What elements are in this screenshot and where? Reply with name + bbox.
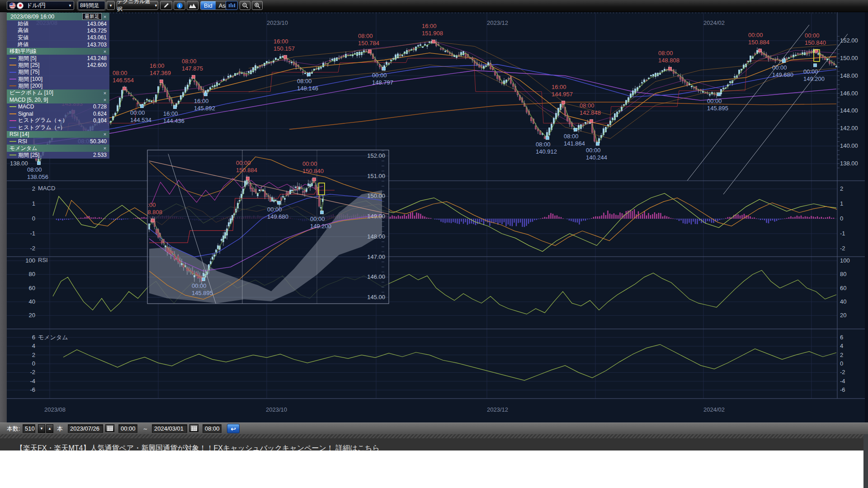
close-icon[interactable]: ×: [102, 14, 108, 19]
range-tilde: ～: [142, 424, 148, 433]
row-value: 50.340: [90, 138, 107, 145]
time-to-input[interactable]: 08:00: [203, 424, 222, 433]
ohlc-row: 安値143.061: [7, 34, 109, 41]
row-label: RSI: [18, 138, 27, 145]
legend-line-swatch: [9, 113, 16, 114]
legend-line-swatch: [9, 106, 16, 107]
info-panel-rows: 始値143.064高値143.725安値143.061終値143.703移動平均…: [7, 20, 109, 159]
indicator-row: 期間 [200]: [7, 83, 109, 89]
ohlc-row: 高値143.725: [7, 27, 109, 34]
indicator-row: Signal0.624: [7, 110, 109, 117]
currency-pair-select[interactable]: ドル/円 ▼: [7, 1, 74, 10]
info-panel-titlebar: 2023/08/09 16:00 最新足 ×: [7, 13, 109, 20]
return-arrow-icon: ↩: [231, 425, 236, 432]
ohlc-row: 始値143.064: [7, 20, 109, 27]
triangle-down-icon: ▼: [40, 427, 43, 431]
row-value: 143.064: [87, 21, 107, 27]
apply-range-button-wrap: ↩: [227, 424, 240, 433]
charts-canvas[interactable]: [0, 0, 868, 488]
row-value: 2.533: [93, 152, 107, 158]
row-value: 143.248: [87, 55, 107, 61]
date-from-input[interactable]: 2023/07/26: [68, 424, 103, 433]
indicator-row: MACD0.728: [7, 103, 109, 110]
triangle-up-icon: ▲: [48, 427, 52, 431]
indicator-row: 期間 [100]: [7, 75, 109, 82]
close-icon[interactable]: ×: [102, 49, 108, 54]
zoom-out-button[interactable]: [240, 1, 250, 10]
timeframe-dropdown-button[interactable]: ▼: [107, 1, 115, 10]
close-icon[interactable]: ×: [102, 90, 108, 96]
legend-line-swatch: [9, 79, 16, 80]
info-button[interactable]: i: [174, 1, 185, 10]
calendar-icon: [191, 426, 197, 431]
right-window-edge: [863, 434, 868, 488]
area-chart-button[interactable]: [187, 1, 198, 10]
row-value: 142.600: [87, 62, 107, 68]
campaign-ticker-text[interactable]: 【楽天FX・楽天MT4】人気通貨ペア・新興国通貨が対象！！FXキャッシュバックキ…: [16, 444, 380, 450]
selected-bar-datetime: 2023/08/09 16:00: [10, 14, 54, 20]
row-label: Signal: [18, 111, 33, 117]
us-flag-icon: [9, 2, 16, 9]
bid-button[interactable]: Bid: [201, 1, 216, 9]
chevron-down-icon: ▼: [68, 4, 72, 8]
indicator-row: 期間 [5]143.248: [7, 55, 109, 61]
legend-line-swatch: [9, 141, 16, 142]
top-toolbar: ドル/円 ▼ 8時間足 ▼ テクニカル選択 ▼ i Bid Ask: [0, 0, 868, 12]
row-value: 143.061: [87, 34, 107, 41]
chevron-down-icon: ▼: [109, 4, 113, 8]
close-icon[interactable]: ×: [102, 131, 108, 137]
legend-line-swatch: [9, 58, 16, 59]
time-from-input[interactable]: 00:00: [118, 424, 137, 433]
date-to-input[interactable]: 2024/03/01: [152, 424, 187, 433]
legend-line-swatch: [9, 65, 16, 66]
indicator-row: ヒストグラム（＋）0.104: [7, 117, 109, 124]
page-background: [0, 450, 868, 488]
apply-range-button[interactable]: ↩: [227, 424, 240, 433]
candlestick-chart-icon: [228, 3, 236, 8]
indicator-row: 期間 [25]2.533: [7, 152, 109, 159]
zoom-in-icon: [254, 2, 260, 9]
indicator-section-header: ピークボトム [10]×: [7, 89, 109, 96]
indicator-section-header: RSI [14]×: [7, 131, 109, 138]
row-label: MACD: [18, 103, 34, 110]
ohlc-row: 終値143.703: [7, 41, 109, 48]
indicator-row: 期間 [25]142.600: [7, 62, 109, 69]
zoom-in-button[interactable]: [252, 1, 263, 10]
draw-pencil-button[interactable]: [160, 1, 172, 10]
technical-select-label: テクニカル選択: [117, 0, 152, 13]
indicator-info-panel: 2023/08/09 16:00 最新足 × 始値143.064高値143.72…: [7, 13, 109, 159]
japan-flag-icon: [17, 2, 24, 9]
bar-count-input[interactable]: 510: [23, 424, 35, 433]
row-label: ヒストグラム（−）: [18, 124, 66, 131]
chart-type-button[interactable]: [226, 1, 238, 10]
bar-unit-label: 本: [57, 424, 63, 433]
row-value: 0.624: [93, 111, 107, 117]
close-icon[interactable]: ×: [102, 97, 108, 103]
row-value: 0.728: [93, 103, 107, 110]
count-increment-button[interactable]: ▲: [46, 424, 53, 433]
section-label: ピークボトム [10]: [9, 89, 53, 97]
technical-select-button[interactable]: テクニカル選択 ▼: [117, 1, 158, 10]
close-icon[interactable]: ×: [102, 145, 108, 151]
mountain-icon: [189, 3, 196, 8]
legend-line-swatch: [9, 85, 16, 86]
timeframe-select[interactable]: 8時間足: [78, 1, 105, 10]
indicator-section-header: MACD [5, 20, 9]×: [7, 96, 109, 103]
info-icon: i: [177, 3, 183, 9]
date-from-calendar-button[interactable]: [105, 424, 114, 432]
legend-line-swatch: [9, 127, 16, 128]
indicator-row: 期間 [75]: [7, 69, 109, 75]
section-label: RSI [14]: [9, 131, 29, 137]
row-value: 143.725: [87, 28, 107, 34]
indicator-section-header: 移動平均線×: [7, 48, 109, 55]
count-decrement-button[interactable]: ▼: [38, 424, 45, 433]
date-to-calendar-button[interactable]: [189, 424, 198, 432]
indicator-section-header: モメンタム×: [7, 145, 109, 151]
indicator-row: RSI50.340: [7, 138, 109, 145]
resize-grip-strip[interactable]: [0, 434, 868, 438]
row-label: 期間 [25]: [18, 151, 39, 159]
legend-line-swatch: [9, 120, 16, 121]
bottom-control-bar: 本数: 510 ▼ ▲ 本 2023/07/26 00:00 ～ 2024/03…: [0, 422, 868, 435]
currency-pair-label: ドル/円: [26, 1, 46, 9]
zoom-out-icon: [242, 2, 248, 9]
